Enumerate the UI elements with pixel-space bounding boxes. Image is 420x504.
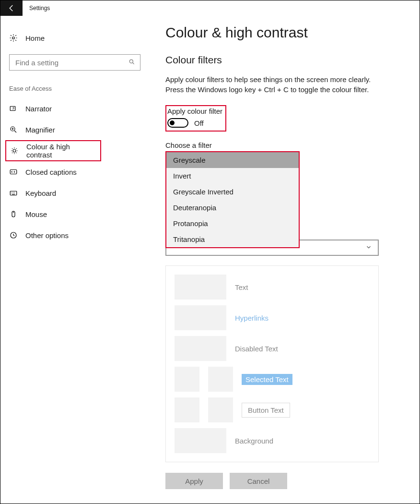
sidebar-item-label: Other options [25, 231, 69, 240]
filter-option-invert[interactable]: Invert [166, 168, 299, 184]
gear-icon [9, 34, 18, 42]
filter-option-deuteranopia[interactable]: Deuteranopia [166, 200, 299, 216]
filter-option-greyscale-inverted[interactable]: Greyscale Inverted [166, 184, 299, 200]
toggle-switch[interactable] [167, 118, 188, 128]
swatch-selected-bg[interactable] [208, 367, 233, 392]
titlebar: Settings [0, 0, 420, 16]
sidebar-item-colour-high-contrast[interactable]: Colour & high contrast [5, 140, 101, 161]
back-button[interactable] [0, 0, 23, 16]
preview-label-selected: Selected Text [242, 374, 292, 385]
swatch-hyperlinks[interactable] [175, 305, 226, 330]
preview-label-text: Text [235, 283, 248, 291]
magnifier-icon [9, 125, 18, 134]
high-contrast-preview: Text Hyperlinks Disabled Text Selected T… [165, 265, 379, 462]
narrator-icon [9, 104, 18, 113]
filter-option-greyscale[interactable]: Greyscale [166, 152, 299, 168]
preview-label-button: Button Text [242, 403, 290, 418]
sidebar-item-label: Narrator [25, 105, 52, 113]
search-input[interactable] [14, 58, 128, 67]
svg-rect-5 [10, 170, 17, 174]
sidebar-item-label: Mouse [25, 210, 47, 218]
swatch-text[interactable] [175, 275, 226, 300]
sidebar-item-label: Keyboard [25, 189, 56, 197]
mouse-icon [9, 210, 18, 218]
sidebar-home-label: Home [25, 34, 45, 42]
swatch-selected-fg[interactable] [175, 367, 199, 392]
sidebar-item-label: Magnifier [25, 126, 55, 134]
svg-point-1 [129, 60, 133, 63]
sidebar-home[interactable]: Home [5, 27, 144, 48]
toggle-apply-colour-filter: Apply colour filter Off [165, 105, 226, 132]
window-title: Settings [29, 5, 50, 12]
sidebar-item-narrator[interactable]: Narrator [5, 98, 144, 119]
toggle-state: Off [194, 119, 204, 127]
keyboard-icon [9, 189, 18, 197]
search-icon [128, 59, 135, 67]
closed-captions-icon [9, 168, 18, 176]
preview-label-background: Background [235, 437, 273, 445]
filter-dropdown[interactable]: Greyscale Invert Greyscale Inverted Deut… [165, 151, 300, 248]
section-description: Apply colour filters to help see things … [165, 74, 376, 95]
sidebar: Home Ease of Access Narrator Magnifier [0, 16, 149, 504]
filter-option-tritanopia[interactable]: Tritanopia [166, 231, 299, 247]
filter-option-protanopia[interactable]: Protanopia [166, 216, 299, 231]
sidebar-item-keyboard[interactable]: Keyboard [5, 182, 144, 204]
other-options-icon [9, 231, 18, 240]
toggle-label: Apply colour filter [167, 107, 222, 115]
swatch-disabled-text[interactable] [175, 336, 226, 361]
svg-point-0 [12, 37, 15, 39]
sidebar-item-other-options[interactable]: Other options [5, 225, 144, 246]
sidebar-item-mouse[interactable]: Mouse [5, 204, 144, 225]
svg-point-4 [13, 149, 16, 152]
page-heading: Colour & high contrast [165, 24, 396, 41]
swatch-button-bg[interactable] [208, 397, 233, 422]
choose-filter-label: Choose a filter [165, 141, 396, 149]
sidebar-item-label: Closed captions [25, 168, 77, 176]
preview-label-disabled: Disabled Text [235, 345, 278, 353]
swatch-button-fg[interactable] [175, 397, 199, 422]
search-box[interactable] [9, 54, 140, 71]
main-panel: Colour & high contrast Colour filters Ap… [149, 16, 420, 504]
apply-button[interactable]: Apply [165, 473, 223, 489]
preview-label-hyperlinks: Hyperlinks [235, 314, 268, 322]
sidebar-item-magnifier[interactable]: Magnifier [5, 119, 144, 140]
section-heading: Colour filters [165, 54, 396, 66]
brightness-icon [10, 146, 19, 155]
sidebar-item-label: Colour & high contrast [26, 143, 96, 159]
swatch-background[interactable] [175, 428, 226, 453]
sidebar-item-closed-captions[interactable]: Closed captions [5, 161, 144, 182]
chevron-down-icon [365, 244, 372, 252]
sidebar-category: Ease of Access [5, 79, 144, 98]
cancel-button[interactable]: Cancel [230, 473, 287, 489]
